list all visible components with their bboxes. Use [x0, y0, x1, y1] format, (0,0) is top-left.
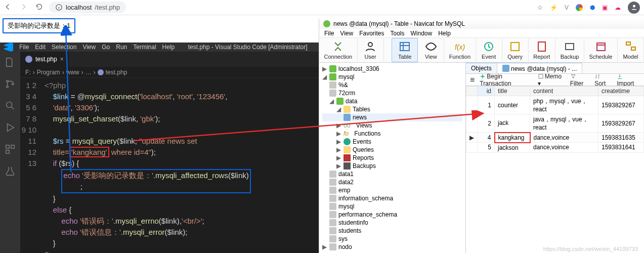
- grid-header[interactable]: id title content createtime: [466, 87, 644, 96]
- table-row[interactable]: 1 counter php，mysql，vue，react 1593829267: [466, 96, 644, 114]
- data-grid[interactable]: id title content createtime 1 counter ph…: [466, 86, 644, 253]
- navicat-title: news @data (mysql) - Table - Navicat for…: [333, 20, 465, 27]
- editor-tabs: test.php ×: [20, 52, 319, 67]
- navicat-toolbar: Connection User Table View f(x)Function …: [319, 38, 644, 63]
- ext-icon-2[interactable]: V: [565, 4, 569, 11]
- nv-menu-tools[interactable]: Tools: [391, 30, 405, 37]
- git-icon[interactable]: [5, 78, 16, 91]
- svg-point-3: [633, 5, 635, 8]
- menu-terminal[interactable]: Terminal: [133, 44, 156, 51]
- navicat-menubar: File View Favorites Tools Window Help: [319, 29, 644, 38]
- menu-go[interactable]: Go: [102, 44, 110, 51]
- tool-model[interactable]: Model: [618, 38, 644, 62]
- menu-edit[interactable]: Edit: [35, 44, 46, 51]
- ext-icon-4[interactable]: ⬢: [590, 4, 595, 11]
- close-icon[interactable]: ×: [60, 56, 64, 63]
- tab-testphp[interactable]: test.php ×: [20, 52, 69, 67]
- forward-icon[interactable]: [20, 3, 27, 12]
- nv-menu-view[interactable]: View: [340, 30, 353, 37]
- ext-icon-3[interactable]: [576, 4, 583, 11]
- btn-import[interactable]: Import: [617, 73, 640, 87]
- navicat-logo-icon: [323, 20, 330, 27]
- menu-file[interactable]: File: [19, 44, 29, 51]
- tool-table[interactable]: Table: [392, 38, 418, 62]
- browser-toolbar: localhost/test.php ☆ ⚡ V ⬢ ▣ ☁: [0, 0, 644, 15]
- svg-rect-21: [597, 43, 605, 51]
- svg-marker-8: [8, 124, 14, 132]
- svg-rect-24: [631, 47, 635, 50]
- connection-tree[interactable]: ▶localhost_3306 ◢mysql %& 72crm ◢data ◢T…: [319, 63, 466, 253]
- table-row[interactable]: 5 jackson dance,voince 1593831641: [466, 143, 644, 153]
- reload-icon[interactable]: [35, 3, 43, 12]
- menu-help[interactable]: Help: [162, 44, 175, 51]
- beaker-icon[interactable]: [5, 165, 16, 178]
- highlight-echo: echo '受影响的记录数是：'.mysqli_affected_rows($l…: [61, 169, 250, 193]
- star-icon[interactable]: ☆: [537, 4, 543, 11]
- line-gutter: 1 2 3 4 5 6 7 8 9 10 11 12 13: [20, 78, 41, 253]
- menu-view[interactable]: View: [82, 44, 96, 51]
- svg-point-7: [7, 102, 12, 108]
- tool-user[interactable]: User: [358, 38, 384, 62]
- info-icon: [55, 4, 63, 11]
- svg-rect-13: [400, 43, 409, 51]
- vscode-window: File Edit Selection View Go Run Terminal…: [0, 43, 319, 253]
- search-icon[interactable]: [5, 100, 16, 113]
- tool-event[interactable]: Event: [476, 38, 502, 62]
- php-file-icon: [25, 56, 32, 63]
- code-editor[interactable]: 1 2 3 4 5 6 7 8 9 10 11 12 13 <?php $lin…: [20, 78, 319, 253]
- menu-selection[interactable]: Selection: [52, 44, 76, 51]
- tool-backup[interactable]: Backup: [555, 38, 584, 62]
- back-icon[interactable]: [4, 3, 12, 12]
- menu-run[interactable]: Run: [116, 44, 127, 51]
- tab-objects[interactable]: Objects: [466, 63, 497, 73]
- svg-point-4: [7, 80, 9, 82]
- svg-text:f(x): f(x): [455, 43, 465, 51]
- svg-rect-11: [6, 150, 9, 153]
- vscode-logo-icon: [4, 43, 13, 52]
- page-output: 受影响的记录数是：1: [3, 18, 75, 33]
- svg-rect-25: [539, 74, 543, 78]
- vscode-menubar: File Edit Selection View Go Run Terminal…: [0, 43, 319, 52]
- nv-menu-window[interactable]: Window: [411, 30, 433, 37]
- table-toolbar: ≡ Begin Transaction Memo ▾ Filter Sort I…: [466, 74, 644, 86]
- svg-rect-9: [6, 145, 9, 148]
- ext-icon-5[interactable]: ▣: [602, 4, 608, 11]
- btn-begin-transaction[interactable]: Begin Transaction: [480, 73, 532, 87]
- nv-menu-help[interactable]: Help: [438, 30, 451, 37]
- watermark: https://blog.csdn.net/weixin_44109733: [543, 246, 638, 252]
- ext-icon-1[interactable]: ⚡: [550, 4, 557, 11]
- highlight-cell-kangkang: kangkang: [495, 133, 530, 143]
- menu-icon[interactable]: ≡: [470, 75, 475, 85]
- profile-avatar[interactable]: [628, 2, 640, 14]
- tool-function[interactable]: f(x)Function: [444, 38, 476, 62]
- tab-label: test.php: [35, 56, 57, 63]
- svg-point-6: [12, 83, 14, 85]
- code-content: <?php $link = @mysqli_connect('localhost…: [41, 78, 319, 253]
- tool-connection[interactable]: Connection: [319, 38, 358, 62]
- activity-bar: [0, 52, 20, 253]
- navicat-window: news @data (mysql) - Table - Navicat for…: [319, 18, 644, 253]
- tool-view[interactable]: View: [418, 38, 444, 62]
- tool-schedule[interactable]: Schedule: [584, 38, 618, 62]
- ext-icon-6[interactable]: ☁: [615, 4, 621, 11]
- nv-menu-fav[interactable]: Favorites: [359, 30, 384, 37]
- btn-filter[interactable]: Filter: [570, 73, 590, 87]
- svg-rect-10: [11, 145, 14, 148]
- address-bar[interactable]: localhost/test.php: [49, 2, 126, 13]
- breadcrumb[interactable]: F:›Program›www›…›test.php: [20, 67, 319, 78]
- debug-icon[interactable]: [5, 122, 16, 135]
- btn-sort[interactable]: Sort: [594, 73, 612, 87]
- tab-news[interactable]: news @data (mysql) - ...: [497, 63, 583, 73]
- window-title: test.php - Visual Studio Code [Administr…: [188, 44, 308, 51]
- tool-query[interactable]: Query: [502, 38, 529, 62]
- tool-report[interactable]: Report: [529, 38, 555, 62]
- extensions-icon[interactable]: [5, 144, 16, 156]
- btn-memo[interactable]: Memo ▾: [538, 73, 565, 87]
- highlight-kangkang: 'kangkang': [69, 147, 109, 157]
- explorer-icon[interactable]: [5, 57, 16, 69]
- svg-rect-20: [566, 44, 574, 50]
- table-row-selected[interactable]: ▶ 4 kangkang dance,voince 1593831635: [466, 133, 644, 143]
- nv-menu-file[interactable]: File: [324, 30, 334, 37]
- navicat-titlebar: news @data (mysql) - Table - Navicat for…: [319, 18, 644, 29]
- table-row[interactable]: 2 jack java，mysql，vue，react 1593829267: [466, 114, 644, 133]
